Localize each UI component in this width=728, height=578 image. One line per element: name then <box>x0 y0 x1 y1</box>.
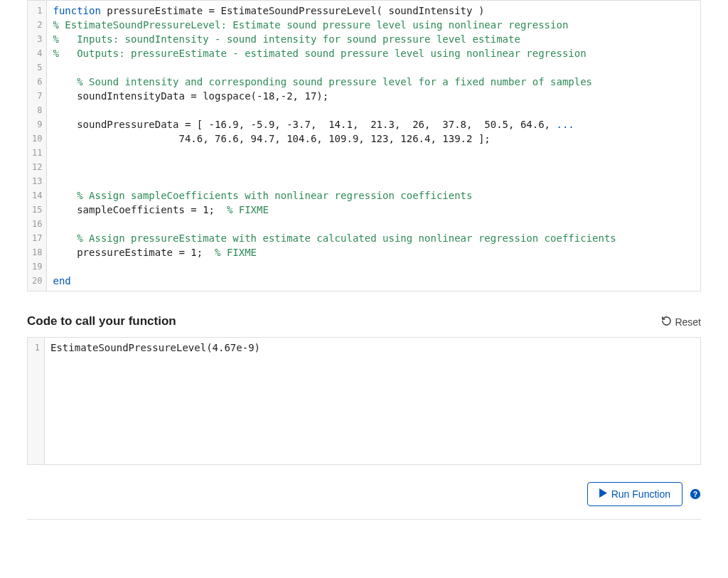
svg-text:?: ? <box>693 491 697 498</box>
code-token: 74.6, 76.6, 94.7, 104.6, 109.9, 123, 126… <box>53 133 490 144</box>
code-token <box>53 190 77 201</box>
line-number: 16 <box>32 217 42 231</box>
line-number: 11 <box>32 146 42 160</box>
line-number: 13 <box>32 174 42 188</box>
code-line[interactable]: % EstimateSoundPressureLevel: Estimate s… <box>53 18 695 32</box>
code-token: % Outputs: pressureEstimate - estimated … <box>53 48 586 59</box>
code-line[interactable]: EstimateSoundPressureLevel(4.67e-9) <box>50 341 695 355</box>
code-line[interactable]: % Assign sampleCoefficients with nonline… <box>53 188 695 203</box>
code-line[interactable]: function pressureEstimate = EstimateSoun… <box>53 4 695 18</box>
code-line[interactable] <box>53 217 695 231</box>
code-line[interactable]: soundIntensityData = logspace(-18,-2, 17… <box>53 89 695 103</box>
main-code-area[interactable]: function pressureEstimate = EstimateSoun… <box>47 1 700 291</box>
footer-row: Run Function ? <box>27 482 701 519</box>
code-line[interactable]: % Assign pressureEstimate with estimate … <box>53 231 695 245</box>
code-token <box>53 76 77 87</box>
play-icon <box>599 488 607 500</box>
code-line[interactable]: % Inputs: soundIntensity - sound intensi… <box>53 32 695 46</box>
code-line[interactable]: soundPressureData = [ -16.9, -5.9, -3.7,… <box>53 117 695 132</box>
code-token: % FIXME <box>227 204 269 215</box>
line-number: 12 <box>32 160 42 174</box>
code-line[interactable]: 74.6, 76.6, 94.7, 104.6, 109.9, 123, 126… <box>53 132 695 146</box>
call-section-title: Code to call your function <box>27 314 176 328</box>
code-line[interactable] <box>53 60 695 75</box>
code-token: % Assign pressureEstimate with estimate … <box>77 232 616 244</box>
line-number: 19 <box>32 259 42 274</box>
line-number: 1 <box>32 341 40 355</box>
code-token: % Assign sampleCoefficients with nonline… <box>77 190 472 201</box>
code-line[interactable] <box>53 174 695 188</box>
code-token: % Sound intensity and corresponding soun… <box>77 76 592 87</box>
line-number: 8 <box>32 103 42 117</box>
code-token: soundPressureData = [ -16.9, -5.9, -3.7,… <box>53 119 556 130</box>
code-token: function <box>53 5 100 16</box>
call-code-area[interactable]: EstimateSoundPressureLevel(4.67e-9) <box>45 338 700 464</box>
main-gutter: 1234567891011121314151617181920 <box>28 1 47 291</box>
line-number: 18 <box>32 245 42 259</box>
line-number: 10 <box>32 132 42 146</box>
svg-marker-0 <box>599 488 607 498</box>
code-token: ... <box>556 119 574 130</box>
code-line[interactable]: sampleCoefficients = 1; % FIXME <box>53 203 695 217</box>
code-token: sampleCoefficients = 1; <box>53 204 226 215</box>
line-number: 9 <box>32 117 42 132</box>
code-token: pressureEstimate = EstimateSoundPressure… <box>101 5 484 16</box>
code-token: % Inputs: soundIntensity - sound intensi… <box>53 33 520 45</box>
line-number: 17 <box>32 231 42 245</box>
line-number: 15 <box>32 203 42 217</box>
code-token <box>53 232 77 244</box>
code-token: EstimateSoundPressureLevel(4.67e-9) <box>50 342 260 353</box>
line-number: 5 <box>32 60 42 75</box>
code-token: % EstimateSoundPressureLevel: Estimate s… <box>53 19 568 31</box>
call-section-header: Code to call your function Reset <box>27 314 701 328</box>
bottom-divider <box>27 519 701 520</box>
code-line[interactable]: % Outputs: pressureEstimate - estimated … <box>53 46 695 60</box>
code-line[interactable]: % Sound intensity and corresponding soun… <box>53 75 695 89</box>
call-gutter: 1 <box>28 338 45 464</box>
run-function-button[interactable]: Run Function <box>587 482 682 506</box>
line-number: 14 <box>32 188 42 203</box>
code-token: soundIntensityData = logspace(-18,-2, 17… <box>53 90 328 102</box>
main-code-editor[interactable]: 1234567891011121314151617181920 function… <box>27 0 701 291</box>
line-number: 1 <box>32 4 42 18</box>
reset-button[interactable]: Reset <box>661 316 701 328</box>
line-number: 2 <box>32 18 42 32</box>
reset-label: Reset <box>675 316 701 328</box>
line-number: 6 <box>32 75 42 89</box>
call-code-editor[interactable]: 1 EstimateSoundPressureLevel(4.67e-9) <box>27 337 701 465</box>
line-number: 3 <box>32 32 42 46</box>
reset-icon <box>661 316 672 328</box>
page-container: 1234567891011121314151617181920 function… <box>0 0 728 541</box>
code-line[interactable] <box>53 103 695 117</box>
code-token: pressureEstimate = 1; <box>53 247 215 258</box>
run-function-label: Run Function <box>611 488 670 500</box>
line-number: 7 <box>32 89 42 103</box>
code-line[interactable] <box>53 146 695 160</box>
line-number: 20 <box>32 274 42 288</box>
code-token: end <box>53 275 70 287</box>
line-number: 4 <box>32 46 42 60</box>
code-line[interactable]: end <box>53 274 695 288</box>
code-line[interactable]: pressureEstimate = 1; % FIXME <box>53 245 695 259</box>
code-line[interactable] <box>53 160 695 174</box>
help-icon[interactable]: ? <box>690 488 701 500</box>
code-token: % FIXME <box>215 247 257 258</box>
code-line[interactable] <box>53 259 695 274</box>
